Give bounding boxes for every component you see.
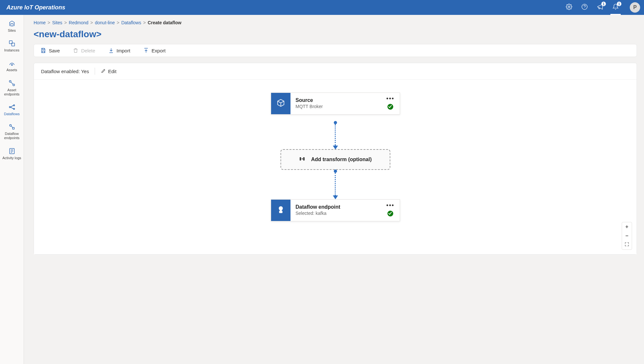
connector-dot [334, 170, 337, 173]
import-icon [108, 48, 114, 53]
avatar[interactable]: P [630, 2, 640, 13]
crumb-donut-line[interactable]: donut-line [95, 20, 115, 25]
feedback-button[interactable]: 1 [596, 4, 604, 11]
dataflow-enabled-status: Dataflow enabled: Yes [41, 69, 89, 74]
connector-source-to-transform [333, 121, 338, 149]
minus-icon: − [625, 233, 628, 239]
export-button[interactable]: Export [143, 48, 165, 53]
svg-rect-16 [303, 157, 304, 160]
help-button[interactable] [581, 4, 588, 11]
connector-line [335, 173, 336, 195]
nav-item-dataflows[interactable]: Dataflows [0, 102, 24, 117]
nav-label: Asset endpoints [0, 88, 24, 96]
page-title: <new-dataflow> [34, 29, 637, 39]
save-label: Save [49, 48, 60, 53]
destination-node-iconbox [271, 200, 290, 221]
nav-item-sites[interactable]: Sites [0, 19, 24, 34]
nav-label: Assets [6, 68, 17, 72]
svg-rect-17 [279, 211, 282, 213]
toolbar: Save Delete Import Export [34, 44, 637, 57]
add-transform-button[interactable]: Add transform (optional) [280, 149, 390, 170]
source-title: Source [296, 97, 323, 103]
crumb-home[interactable]: Home [34, 20, 46, 25]
fit-button[interactable] [622, 240, 632, 249]
crumb-sites[interactable]: Sites [52, 20, 62, 25]
source-node[interactable]: Source MQTT Broker ••• [271, 93, 400, 115]
destination-node[interactable]: Dataflow endpoint Selected: kafka ••• [271, 199, 400, 221]
crumb-sep: > [143, 20, 146, 25]
nav-item-instances[interactable]: Instances [0, 39, 24, 54]
nav-item-activity-logs[interactable]: Activity logs [0, 146, 24, 161]
save-button[interactable]: Save [40, 48, 60, 53]
asset-endpoints-icon [8, 80, 16, 87]
dataflow-canvas[interactable]: Source MQTT Broker ••• [34, 80, 637, 254]
crumb-sep: > [48, 20, 50, 25]
plus-icon: + [625, 224, 628, 230]
connector-line [335, 124, 336, 146]
nav-label: Instances [4, 48, 19, 52]
notifications-button[interactable]: 1 [612, 4, 619, 11]
transform-icon [299, 156, 305, 163]
export-label: Export [152, 48, 165, 53]
source-node-iconbox [271, 93, 290, 114]
crumb-redmond[interactable]: Redmond [69, 20, 89, 25]
svg-point-11 [13, 108, 15, 110]
save-icon [40, 48, 46, 53]
svg-point-10 [13, 105, 15, 106]
import-button[interactable]: Import [108, 48, 131, 53]
crumb-current: Create dataflow [148, 20, 181, 25]
export-icon [143, 48, 149, 53]
settings-button[interactable] [565, 4, 573, 11]
svg-point-9 [9, 106, 10, 108]
nav-label: Dataflow endpoints [0, 132, 24, 140]
zoom-in-button[interactable]: + [622, 222, 632, 231]
zoom-controls: + − [622, 222, 632, 250]
endpoint-icon [277, 205, 285, 215]
help-icon [581, 4, 588, 11]
topbar: Azure IoT Operations 1 1 P [0, 0, 644, 15]
canvas-panel: Dataflow enabled: Yes Edit [34, 63, 637, 255]
assets-icon [8, 60, 16, 67]
feedback-badge: 1 [601, 2, 606, 6]
connector-arrowhead [333, 195, 338, 199]
svg-rect-15 [300, 157, 301, 160]
canvas-header: Dataflow enabled: Yes Edit [34, 63, 637, 80]
left-nav: Sites Instances Assets Asset endpoints D… [0, 15, 24, 364]
sites-icon [8, 20, 16, 27]
delete-label: Delete [81, 48, 95, 53]
destination-subtitle: Selected: kafka [296, 211, 341, 216]
crumb-sep: > [90, 20, 93, 25]
pencil-icon [101, 68, 106, 74]
zoom-out-button[interactable]: − [622, 231, 632, 240]
cube-icon [277, 99, 285, 108]
nav-item-asset-endpoints[interactable]: Asset endpoints [0, 78, 24, 98]
instances-icon [8, 40, 16, 47]
destination-title: Dataflow endpoint [296, 204, 341, 210]
gear-icon [566, 4, 572, 11]
destination-more-button[interactable]: ••• [386, 204, 395, 206]
svg-rect-3 [11, 24, 13, 26]
edit-label: Edit [108, 69, 116, 74]
nav-label: Activity logs [2, 156, 21, 160]
svg-point-0 [568, 6, 570, 8]
connector-dot [334, 121, 337, 124]
notifications-badge: 1 [617, 2, 621, 6]
nav-item-assets[interactable]: Assets [0, 58, 24, 73]
delete-icon [73, 48, 79, 53]
activity-logs-icon [8, 148, 16, 155]
active-indicator [610, 14, 621, 15]
nav-label: Sites [8, 28, 16, 33]
delete-button: Delete [73, 48, 95, 53]
source-more-button[interactable]: ••• [386, 97, 395, 99]
nav-item-dataflow-endpoints[interactable]: Dataflow endpoints [0, 122, 24, 141]
dataflow-endpoints-icon [8, 123, 16, 130]
svg-point-1 [582, 4, 587, 10]
crumb-dataflows[interactable]: Dataflows [121, 20, 141, 25]
brand-title: Azure IoT Operations [6, 4, 65, 11]
edit-button[interactable]: Edit [101, 68, 116, 74]
svg-point-6 [11, 64, 13, 66]
source-subtitle: MQTT Broker [296, 104, 323, 109]
dataflow-enabled-value: Yes [81, 69, 89, 74]
status-ok-icon [387, 211, 393, 216]
fit-icon [625, 242, 629, 248]
